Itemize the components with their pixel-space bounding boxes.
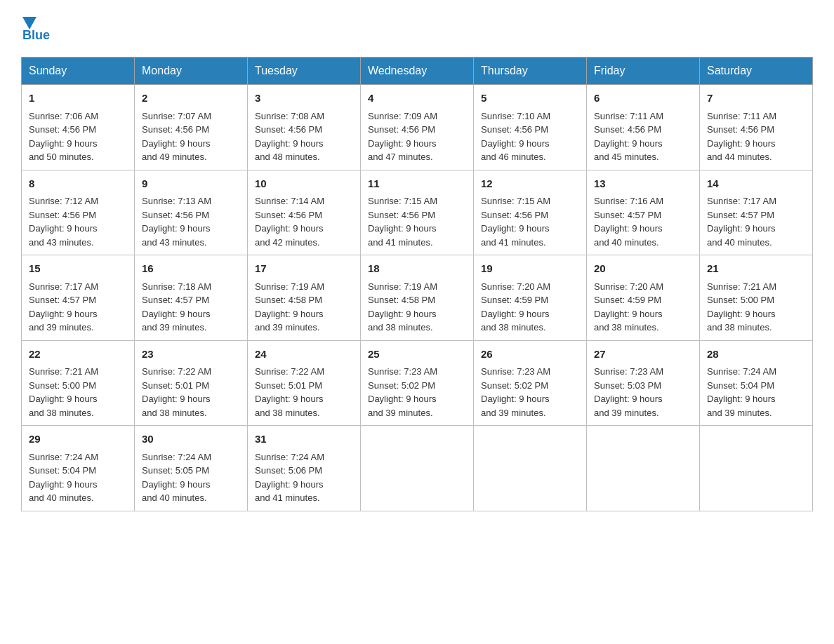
day-number: 30 [142, 431, 240, 448]
day-number: 6 [594, 90, 692, 107]
calendar-week-row: 29 Sunrise: 7:24 AMSunset: 5:04 PMDaylig… [22, 426, 813, 511]
calendar-week-row: 22 Sunrise: 7:21 AMSunset: 5:00 PMDaylig… [22, 340, 813, 426]
day-number: 13 [594, 176, 692, 192]
calendar-cell: 30 Sunrise: 7:24 AMSunset: 5:05 PMDaylig… [135, 426, 248, 511]
day-info: Sunrise: 7:19 AMSunset: 4:58 PMDaylight:… [368, 280, 466, 335]
day-info: Sunrise: 7:24 AMSunset: 5:06 PMDaylight:… [255, 450, 353, 505]
day-number: 5 [481, 90, 579, 107]
day-number: 31 [255, 431, 353, 448]
day-of-week-header: Tuesday [248, 58, 361, 85]
day-number: 20 [594, 261, 692, 277]
day-info: Sunrise: 7:10 AMSunset: 4:56 PMDaylight:… [481, 109, 579, 164]
calendar-cell: 23 Sunrise: 7:22 AMSunset: 5:01 PMDaylig… [135, 340, 248, 426]
day-info: Sunrise: 7:12 AMSunset: 4:56 PMDaylight:… [29, 194, 127, 249]
calendar-cell: 14 Sunrise: 7:17 AMSunset: 4:57 PMDaylig… [700, 170, 813, 255]
calendar-cell: 9 Sunrise: 7:13 AMSunset: 4:56 PMDayligh… [135, 170, 248, 255]
calendar-cell [700, 426, 813, 511]
day-info: Sunrise: 7:09 AMSunset: 4:56 PMDaylight:… [368, 109, 466, 164]
day-number: 2 [142, 90, 240, 107]
day-info: Sunrise: 7:20 AMSunset: 4:59 PMDaylight:… [481, 280, 579, 335]
calendar-cell: 7 Sunrise: 7:11 AMSunset: 4:56 PMDayligh… [700, 85, 813, 170]
day-number: 15 [29, 261, 127, 277]
day-info: Sunrise: 7:15 AMSunset: 4:56 PMDaylight:… [481, 194, 579, 249]
day-number: 24 [255, 347, 353, 363]
calendar-cell: 3 Sunrise: 7:08 AMSunset: 4:56 PMDayligh… [248, 85, 361, 170]
day-number: 23 [142, 347, 240, 363]
day-info: Sunrise: 7:19 AMSunset: 4:58 PMDaylight:… [255, 280, 353, 335]
calendar-cell: 18 Sunrise: 7:19 AMSunset: 4:58 PMDaylig… [361, 255, 474, 341]
calendar-cell: 20 Sunrise: 7:20 AMSunset: 4:59 PMDaylig… [587, 255, 700, 341]
day-number: 3 [255, 90, 353, 107]
calendar-cell: 10 Sunrise: 7:14 AMSunset: 4:56 PMDaylig… [248, 170, 361, 255]
calendar-cell: 16 Sunrise: 7:18 AMSunset: 4:57 PMDaylig… [135, 255, 248, 341]
logo-underline: Blue [22, 28, 50, 43]
day-info: Sunrise: 7:22 AMSunset: 5:01 PMDaylight:… [142, 365, 240, 420]
day-info: Sunrise: 7:24 AMSunset: 5:05 PMDaylight:… [142, 450, 240, 505]
calendar-cell: 8 Sunrise: 7:12 AMSunset: 4:56 PMDayligh… [22, 170, 135, 255]
day-info: Sunrise: 7:23 AMSunset: 5:02 PMDaylight:… [368, 365, 466, 420]
calendar-cell: 31 Sunrise: 7:24 AMSunset: 5:06 PMDaylig… [248, 426, 361, 511]
day-number: 14 [707, 176, 805, 192]
day-number: 1 [29, 90, 127, 107]
calendar-cell: 11 Sunrise: 7:15 AMSunset: 4:56 PMDaylig… [361, 170, 474, 255]
calendar-week-row: 15 Sunrise: 7:17 AMSunset: 4:57 PMDaylig… [22, 255, 813, 341]
calendar-cell: 29 Sunrise: 7:24 AMSunset: 5:04 PMDaylig… [22, 426, 135, 511]
day-number: 18 [368, 261, 466, 277]
day-info: Sunrise: 7:17 AMSunset: 4:57 PMDaylight:… [707, 194, 805, 249]
day-number: 10 [255, 176, 353, 192]
calendar-cell: 5 Sunrise: 7:10 AMSunset: 4:56 PMDayligh… [474, 85, 587, 170]
day-number: 11 [368, 176, 466, 192]
calendar-table: SundayMondayTuesdayWednesdayThursdayFrid… [21, 57, 813, 511]
calendar-cell: 26 Sunrise: 7:23 AMSunset: 5:02 PMDaylig… [474, 340, 587, 426]
calendar-cell: 28 Sunrise: 7:24 AMSunset: 5:04 PMDaylig… [700, 340, 813, 426]
day-info: Sunrise: 7:06 AMSunset: 4:56 PMDaylight:… [29, 109, 127, 164]
calendar-cell [587, 426, 700, 511]
day-info: Sunrise: 7:07 AMSunset: 4:56 PMDaylight:… [142, 109, 240, 164]
calendar-cell: 6 Sunrise: 7:11 AMSunset: 4:56 PMDayligh… [587, 85, 700, 170]
day-info: Sunrise: 7:11 AMSunset: 4:56 PMDaylight:… [707, 109, 805, 164]
logo: Blue [21, 14, 50, 43]
day-of-week-header: Sunday [22, 58, 135, 85]
day-info: Sunrise: 7:15 AMSunset: 4:56 PMDaylight:… [368, 194, 466, 249]
day-of-week-header: Monday [135, 58, 248, 85]
day-number: 12 [481, 176, 579, 192]
day-info: Sunrise: 7:24 AMSunset: 5:04 PMDaylight:… [29, 450, 127, 505]
day-number: 21 [707, 261, 805, 277]
day-number: 9 [142, 176, 240, 192]
day-info: Sunrise: 7:23 AMSunset: 5:02 PMDaylight:… [481, 365, 579, 420]
calendar-cell: 17 Sunrise: 7:19 AMSunset: 4:58 PMDaylig… [248, 255, 361, 341]
day-of-week-header: Saturday [700, 58, 813, 85]
day-number: 29 [29, 431, 127, 448]
day-of-week-header: Wednesday [361, 58, 474, 85]
day-info: Sunrise: 7:08 AMSunset: 4:56 PMDaylight:… [255, 109, 353, 164]
day-of-week-header: Thursday [474, 58, 587, 85]
day-number: 8 [29, 176, 127, 192]
day-info: Sunrise: 7:16 AMSunset: 4:57 PMDaylight:… [594, 194, 692, 249]
day-number: 27 [594, 347, 692, 363]
day-number: 25 [368, 347, 466, 363]
calendar-header-row: SundayMondayTuesdayWednesdayThursdayFrid… [22, 58, 813, 85]
day-info: Sunrise: 7:11 AMSunset: 4:56 PMDaylight:… [594, 109, 692, 164]
day-info: Sunrise: 7:21 AMSunset: 5:00 PMDaylight:… [707, 280, 805, 335]
day-number: 4 [368, 90, 466, 107]
day-info: Sunrise: 7:14 AMSunset: 4:56 PMDaylight:… [255, 194, 353, 249]
day-number: 26 [481, 347, 579, 363]
calendar-cell: 12 Sunrise: 7:15 AMSunset: 4:56 PMDaylig… [474, 170, 587, 255]
day-info: Sunrise: 7:20 AMSunset: 4:59 PMDaylight:… [594, 280, 692, 335]
calendar-cell: 4 Sunrise: 7:09 AMSunset: 4:56 PMDayligh… [361, 85, 474, 170]
day-of-week-header: Friday [587, 58, 700, 85]
day-number: 28 [707, 347, 805, 363]
calendar-week-row: 1 Sunrise: 7:06 AMSunset: 4:56 PMDayligh… [22, 85, 813, 170]
calendar-cell: 15 Sunrise: 7:17 AMSunset: 4:57 PMDaylig… [22, 255, 135, 341]
day-number: 22 [29, 347, 127, 363]
calendar-cell: 2 Sunrise: 7:07 AMSunset: 4:56 PMDayligh… [135, 85, 248, 170]
day-info: Sunrise: 7:21 AMSunset: 5:00 PMDaylight:… [29, 365, 127, 420]
day-info: Sunrise: 7:23 AMSunset: 5:03 PMDaylight:… [594, 365, 692, 420]
calendar-cell [361, 426, 474, 511]
page-header: Blue [21, 14, 813, 43]
day-number: 16 [142, 261, 240, 277]
calendar-cell: 24 Sunrise: 7:22 AMSunset: 5:01 PMDaylig… [248, 340, 361, 426]
calendar-cell: 19 Sunrise: 7:20 AMSunset: 4:59 PMDaylig… [474, 255, 587, 341]
calendar-cell: 21 Sunrise: 7:21 AMSunset: 5:00 PMDaylig… [700, 255, 813, 341]
calendar-cell: 1 Sunrise: 7:06 AMSunset: 4:56 PMDayligh… [22, 85, 135, 170]
